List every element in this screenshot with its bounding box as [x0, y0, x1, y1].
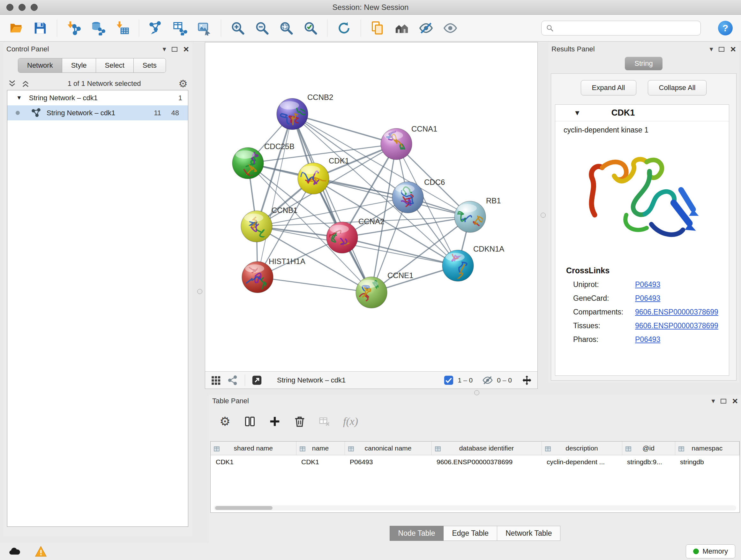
open-in-new-icon[interactable]	[252, 375, 262, 386]
tab-network-table[interactable]: Network Table	[497, 526, 560, 541]
cell-description[interactable]: cyclin-dependent ...	[542, 455, 622, 469]
expand-all-icon[interactable]	[21, 79, 30, 88]
cloud-icon[interactable]	[6, 544, 23, 558]
selected-checkbox-icon[interactable]	[443, 375, 454, 386]
network-and-table-icon[interactable]	[172, 20, 188, 36]
search-input[interactable]	[557, 24, 696, 32]
network-node[interactable]: RB1	[455, 196, 501, 233]
delete-column-trash-icon[interactable]	[293, 415, 306, 428]
network-from-selection-icon[interactable]	[148, 20, 163, 36]
collection-expander-icon[interactable]: ▼	[16, 95, 22, 101]
collapse-all-icon[interactable]	[8, 79, 17, 88]
crosslink-pharos-link[interactable]: P06493	[635, 335, 660, 344]
crosslink-compartments-link[interactable]: 9606.ENSP00000378699	[635, 308, 718, 316]
tab-node-table[interactable]: Node Table	[390, 526, 444, 541]
open-session-icon[interactable]	[8, 20, 23, 36]
crosslink-genecard-link[interactable]: P06493	[635, 294, 660, 303]
table-panel-close-icon[interactable]: ×	[732, 396, 738, 406]
create-column-plus-icon[interactable]	[268, 415, 281, 428]
refresh-layout-icon[interactable]	[336, 20, 352, 36]
navigator-home-icon[interactable]	[394, 20, 409, 36]
column-header[interactable]: name	[296, 442, 345, 455]
fit-move-icon[interactable]	[522, 375, 532, 386]
tab-select[interactable]: Select	[96, 58, 134, 72]
export-image-icon[interactable]	[197, 20, 212, 36]
network-row-selected[interactable]: String Network – cdk1 11 48	[7, 105, 188, 120]
crosslink-tissues-link[interactable]: 9606.ENSP00000378699	[635, 321, 718, 330]
splitter-handle[interactable]	[474, 390, 479, 395]
column-header[interactable]: description	[542, 442, 622, 455]
results-panel-menu-icon[interactable]: ▾	[710, 45, 713, 53]
copy-document-icon[interactable]	[370, 20, 385, 36]
tab-edge-table[interactable]: Edge Table	[444, 526, 497, 541]
birdseye-network-icon[interactable]	[227, 375, 239, 386]
warning-icon[interactable]	[32, 544, 50, 558]
import-table-icon[interactable]	[115, 20, 130, 36]
scrollbar-thumb[interactable]	[215, 506, 273, 510]
maximize-window-button[interactable]	[30, 4, 38, 11]
cell-name[interactable]: CDK1	[296, 455, 345, 469]
network-node[interactable]: CDC6	[392, 178, 445, 213]
minimize-window-button[interactable]	[18, 4, 25, 11]
hide-selected-eye-icon[interactable]	[418, 20, 434, 36]
network-node[interactable]: CCNA1	[381, 125, 437, 160]
network-collection-row[interactable]: ▼ String Network – cdk1 1	[7, 90, 188, 105]
search-box[interactable]	[541, 21, 701, 36]
tab-style[interactable]: Style	[62, 58, 96, 72]
network-canvas[interactable]: CCNB2CCNA1CDC25BCDK1CDC6RB1CCNB1CCNA2CDK…	[205, 43, 537, 371]
splitter-handle[interactable]	[197, 289, 202, 294]
column-header[interactable]: shared name	[211, 442, 296, 455]
save-session-icon[interactable]	[32, 20, 48, 36]
splitter-handle[interactable]	[541, 212, 546, 218]
zoom-in-icon[interactable]	[230, 20, 246, 36]
cell-namespace[interactable]: stringdb	[675, 455, 739, 469]
help-icon[interactable]: ?	[718, 21, 733, 36]
zoom-selected-icon[interactable]	[303, 20, 318, 36]
show-columns-icon[interactable]	[244, 415, 256, 428]
network-node[interactable]: CDKN1A	[442, 241, 504, 286]
column-header[interactable]: database identifier	[431, 442, 542, 455]
table-settings-gear-icon[interactable]: ⚙	[219, 415, 231, 428]
control-panel-float-icon[interactable]	[172, 47, 178, 52]
column-header[interactable]: canonical name	[345, 442, 431, 455]
tab-string[interactable]: String	[625, 57, 662, 70]
import-network-database-icon[interactable]	[90, 20, 106, 36]
import-network-file-icon[interactable]	[66, 20, 81, 36]
horizontal-scrollbar[interactable]	[214, 505, 736, 510]
network-node[interactable]: CCNB1	[241, 206, 297, 242]
hidden-eye-slash-icon[interactable]	[482, 375, 493, 386]
expand-all-button[interactable]: Expand All	[581, 80, 636, 96]
memory-button[interactable]: Memory	[686, 544, 735, 558]
network-node[interactable]: HIST1H1A	[242, 257, 306, 293]
show-all-eye-icon[interactable]	[443, 20, 458, 36]
table-panel-menu-icon[interactable]: ▾	[711, 397, 715, 405]
results-panel-float-icon[interactable]	[719, 47, 724, 52]
tab-network[interactable]: Network	[18, 58, 62, 72]
network-node[interactable]: CDC25B	[232, 142, 294, 179]
control-panel-close-icon[interactable]: ×	[183, 44, 189, 54]
gene-expander-icon[interactable]: ▼	[574, 109, 581, 117]
gene-section-header[interactable]: ▼ CDK1	[555, 105, 729, 121]
table-panel-float-icon[interactable]	[721, 399, 726, 403]
results-panel-close-icon[interactable]: ×	[730, 44, 736, 54]
control-panel-menu-icon[interactable]: ▾	[162, 45, 166, 53]
tab-sets[interactable]: Sets	[134, 58, 165, 72]
gear-icon[interactable]: ⚙	[179, 78, 188, 89]
column-header[interactable]: @id	[622, 442, 675, 455]
table-row[interactable]: CDK1 CDK1 P06493 9606.ENSP00000378699 cy…	[211, 455, 739, 469]
zoom-out-icon[interactable]	[254, 20, 270, 36]
function-builder-icon[interactable]: f(x)	[343, 415, 358, 428]
collapse-all-button[interactable]: Collapse All	[648, 80, 707, 96]
network-node[interactable]: CCNB2	[277, 93, 333, 130]
network-edges[interactable]	[248, 114, 470, 293]
crosslink-uniprot-link[interactable]: P06493	[635, 280, 660, 289]
cell-shared-name[interactable]: CDK1	[211, 455, 296, 469]
close-window-button[interactable]	[6, 4, 13, 11]
cell-database-identifier[interactable]: 9606.ENSP00000378699	[431, 455, 542, 469]
column-header[interactable]: namespac	[675, 442, 739, 455]
zoom-fit-icon[interactable]	[279, 20, 294, 36]
network-node[interactable]: CDK1	[298, 157, 349, 194]
cell-id[interactable]: stringdb:9...	[622, 455, 675, 469]
grid-view-icon[interactable]	[210, 375, 221, 386]
cell-canonical-name[interactable]: P06493	[345, 455, 431, 469]
